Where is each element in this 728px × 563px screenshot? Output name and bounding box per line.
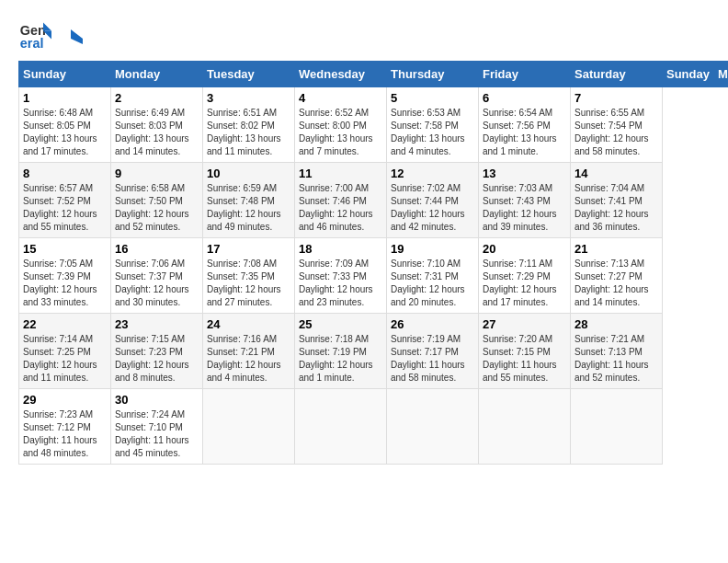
day-cell-20: 20 Sunrise: 7:11 AM Sunset: 7:29 PM Dayl… bbox=[479, 238, 571, 314]
day-cell-10: 10 Sunrise: 6:59 AM Sunset: 7:48 PM Dayl… bbox=[203, 163, 295, 238]
day-number: 5 bbox=[391, 91, 474, 105]
day-cell-2: 2 Sunrise: 6:49 AM Sunset: 8:03 PM Dayli… bbox=[111, 87, 203, 163]
col-header-sunday: Sunday bbox=[663, 62, 714, 87]
week-row-2: 8 Sunrise: 6:57 AM Sunset: 7:52 PM Dayli… bbox=[19, 163, 729, 238]
day-info: Sunrise: 7:16 AM Sunset: 7:21 PM Dayligh… bbox=[207, 333, 290, 385]
header-day-wednesday: Wednesday bbox=[295, 62, 387, 87]
day-cell-27: 27 Sunrise: 7:20 AM Sunset: 7:15 PM Dayl… bbox=[479, 314, 571, 389]
day-cell-6: 6 Sunrise: 6:54 AM Sunset: 7:56 PM Dayli… bbox=[479, 87, 571, 163]
day-number: 15 bbox=[23, 242, 107, 256]
header-day-saturday: Saturday bbox=[571, 62, 663, 87]
day-info: Sunrise: 7:02 AM Sunset: 7:44 PM Dayligh… bbox=[391, 182, 474, 234]
day-info: Sunrise: 7:08 AM Sunset: 7:35 PM Dayligh… bbox=[207, 258, 290, 309]
day-info: Sunrise: 6:57 AM Sunset: 7:52 PM Dayligh… bbox=[23, 182, 107, 234]
day-cell-14: 14 Sunrise: 7:04 AM Sunset: 7:41 PM Dayl… bbox=[571, 163, 663, 238]
day-cell-8: 8 Sunrise: 6:57 AM Sunset: 7:52 PM Dayli… bbox=[19, 163, 111, 238]
header-day-thursday: Thursday bbox=[387, 62, 479, 87]
day-number: 26 bbox=[391, 317, 474, 331]
day-number: 4 bbox=[299, 91, 382, 105]
day-cell-16: 16 Sunrise: 7:06 AM Sunset: 7:37 PM Dayl… bbox=[111, 238, 203, 314]
day-number: 14 bbox=[574, 167, 658, 180]
week-row-4: 22 Sunrise: 7:14 AM Sunset: 7:25 PM Dayl… bbox=[19, 314, 729, 389]
day-info: Sunrise: 7:14 AM Sunset: 7:25 PM Dayligh… bbox=[23, 333, 107, 385]
svg-marker-5 bbox=[71, 39, 83, 44]
day-cell-18: 18 Sunrise: 7:09 AM Sunset: 7:33 PM Dayl… bbox=[295, 238, 387, 314]
day-info: Sunrise: 6:54 AM Sunset: 7:56 PM Dayligh… bbox=[483, 107, 566, 158]
day-number: 7 bbox=[574, 91, 658, 105]
day-info: Sunrise: 7:11 AM Sunset: 7:29 PM Dayligh… bbox=[483, 258, 566, 309]
day-info: Sunrise: 7:05 AM Sunset: 7:39 PM Dayligh… bbox=[23, 258, 107, 309]
day-cell-3: 3 Sunrise: 6:51 AM Sunset: 8:02 PM Dayli… bbox=[203, 87, 295, 163]
empty-cell bbox=[387, 389, 479, 465]
day-info: Sunrise: 7:18 AM Sunset: 7:19 PM Dayligh… bbox=[299, 333, 382, 385]
day-number: 24 bbox=[207, 317, 290, 331]
day-number: 17 bbox=[207, 242, 290, 256]
week-row-5: 29 Sunrise: 7:23 AM Sunset: 7:12 PM Dayl… bbox=[19, 389, 729, 465]
day-info: Sunrise: 7:06 AM Sunset: 7:37 PM Dayligh… bbox=[115, 258, 199, 309]
day-cell-5: 5 Sunrise: 6:53 AM Sunset: 7:58 PM Dayli… bbox=[387, 87, 479, 163]
day-cell-29: 29 Sunrise: 7:23 AM Sunset: 7:12 PM Dayl… bbox=[19, 389, 111, 465]
header-day-tuesday: Tuesday bbox=[203, 62, 295, 87]
day-info: Sunrise: 6:53 AM Sunset: 7:58 PM Dayligh… bbox=[391, 107, 474, 158]
logo-icon: Gen eral bbox=[18, 18, 51, 52]
day-number: 23 bbox=[115, 317, 199, 331]
logo-bird-icon bbox=[57, 28, 85, 46]
header-day-monday: Monday bbox=[111, 62, 203, 87]
svg-marker-2 bbox=[43, 23, 51, 31]
day-number: 12 bbox=[391, 167, 474, 180]
day-number: 6 bbox=[483, 91, 566, 105]
empty-cell bbox=[203, 389, 295, 465]
day-cell-12: 12 Sunrise: 7:02 AM Sunset: 7:44 PM Dayl… bbox=[387, 163, 479, 238]
day-info: Sunrise: 6:59 AM Sunset: 7:48 PM Dayligh… bbox=[207, 182, 290, 234]
day-cell-1: 1 Sunrise: 6:48 AM Sunset: 8:05 PM Dayli… bbox=[19, 87, 111, 163]
day-number: 21 bbox=[574, 242, 658, 256]
day-info: Sunrise: 7:21 AM Sunset: 7:13 PM Dayligh… bbox=[574, 333, 658, 385]
day-info: Sunrise: 7:00 AM Sunset: 7:46 PM Dayligh… bbox=[299, 182, 382, 234]
day-cell-25: 25 Sunrise: 7:18 AM Sunset: 7:19 PM Dayl… bbox=[295, 314, 387, 389]
svg-text:eral: eral bbox=[20, 36, 44, 51]
day-cell-26: 26 Sunrise: 7:19 AM Sunset: 7:17 PM Dayl… bbox=[387, 314, 479, 389]
day-cell-19: 19 Sunrise: 7:10 AM Sunset: 7:31 PM Dayl… bbox=[387, 238, 479, 314]
day-number: 8 bbox=[23, 167, 107, 180]
day-cell-22: 22 Sunrise: 7:14 AM Sunset: 7:25 PM Dayl… bbox=[19, 314, 111, 389]
day-info: Sunrise: 6:49 AM Sunset: 8:03 PM Dayligh… bbox=[115, 107, 199, 158]
day-cell-24: 24 Sunrise: 7:16 AM Sunset: 7:21 PM Dayl… bbox=[203, 314, 295, 389]
day-number: 19 bbox=[391, 242, 474, 256]
header-day-sunday: Sunday bbox=[19, 62, 111, 87]
empty-cell bbox=[295, 389, 387, 465]
day-number: 18 bbox=[299, 242, 382, 256]
day-number: 9 bbox=[115, 167, 199, 180]
day-cell-7: 7 Sunrise: 6:55 AM Sunset: 7:54 PM Dayli… bbox=[571, 87, 663, 163]
day-number: 27 bbox=[483, 317, 566, 331]
day-number: 3 bbox=[207, 91, 290, 105]
day-info: Sunrise: 7:09 AM Sunset: 7:33 PM Dayligh… bbox=[299, 258, 382, 309]
day-number: 22 bbox=[23, 317, 107, 331]
week-row-1: 1 Sunrise: 6:48 AM Sunset: 8:05 PM Dayli… bbox=[19, 87, 729, 163]
empty-cell bbox=[571, 389, 663, 465]
day-info: Sunrise: 7:10 AM Sunset: 7:31 PM Dayligh… bbox=[391, 258, 474, 309]
day-cell-21: 21 Sunrise: 7:13 AM Sunset: 7:27 PM Dayl… bbox=[571, 238, 663, 314]
day-cell-28: 28 Sunrise: 7:21 AM Sunset: 7:13 PM Dayl… bbox=[571, 314, 663, 389]
svg-marker-4 bbox=[71, 29, 83, 39]
day-info: Sunrise: 7:20 AM Sunset: 7:15 PM Dayligh… bbox=[483, 333, 566, 385]
day-cell-4: 4 Sunrise: 6:52 AM Sunset: 8:00 PM Dayli… bbox=[295, 87, 387, 163]
day-number: 20 bbox=[483, 242, 566, 256]
day-info: Sunrise: 7:24 AM Sunset: 7:10 PM Dayligh… bbox=[115, 408, 199, 460]
day-number: 1 bbox=[23, 91, 107, 105]
day-info: Sunrise: 7:19 AM Sunset: 7:17 PM Dayligh… bbox=[391, 333, 474, 385]
day-cell-17: 17 Sunrise: 7:08 AM Sunset: 7:35 PM Dayl… bbox=[203, 238, 295, 314]
logo: Gen eral bbox=[18, 18, 85, 52]
day-cell-13: 13 Sunrise: 7:03 AM Sunset: 7:43 PM Dayl… bbox=[479, 163, 571, 238]
day-info: Sunrise: 6:55 AM Sunset: 7:54 PM Dayligh… bbox=[574, 107, 658, 158]
day-cell-23: 23 Sunrise: 7:15 AM Sunset: 7:23 PM Dayl… bbox=[111, 314, 203, 389]
page-header: Gen eral bbox=[18, 18, 710, 52]
day-cell-15: 15 Sunrise: 7:05 AM Sunset: 7:39 PM Dayl… bbox=[19, 238, 111, 314]
day-cell-30: 30 Sunrise: 7:24 AM Sunset: 7:10 PM Dayl… bbox=[111, 389, 203, 465]
day-number: 25 bbox=[299, 317, 382, 331]
day-number: 29 bbox=[23, 393, 107, 407]
day-number: 10 bbox=[207, 167, 290, 180]
day-number: 2 bbox=[115, 91, 199, 105]
day-number: 30 bbox=[115, 393, 199, 407]
calendar-table: SundayMondayTuesdayWednesdayThursdayFrid… bbox=[18, 61, 728, 465]
day-number: 11 bbox=[299, 167, 382, 180]
